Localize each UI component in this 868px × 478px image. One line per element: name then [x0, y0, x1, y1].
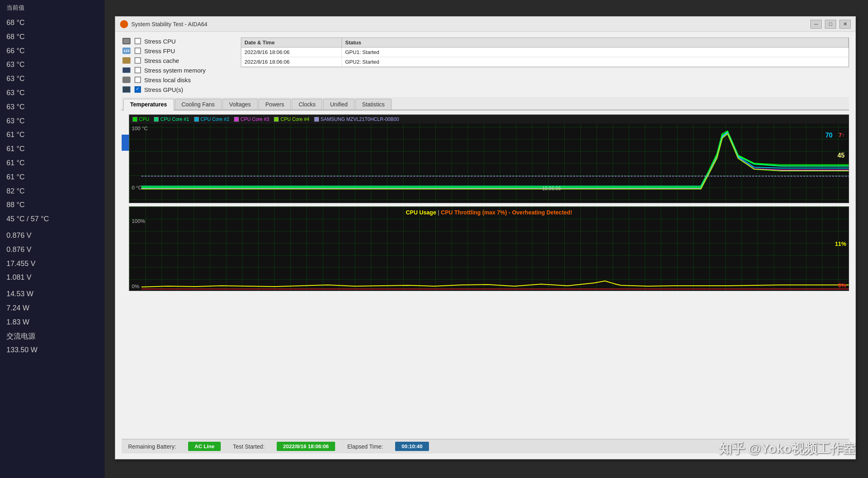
checkbox-cpu[interactable] [135, 38, 141, 44]
log-datetime: 2022/8/16 18:06:06 [241, 48, 342, 57]
sidebar-value: 1.081 V [6, 270, 98, 285]
tab-voltages[interactable]: Voltages [222, 99, 258, 110]
checkbox-disks[interactable] [135, 77, 141, 83]
legend-label: CPU Core #4 [280, 116, 309, 122]
chart-legend: CPUCPU Core #1CPU Core #2CPU Core #3CPU … [129, 115, 849, 124]
cpu-usage-chart: CPU Usage | CPU Throttling (max 7%) - Ov… [129, 206, 849, 291]
sidebar-value: 0.876 V [6, 243, 98, 257]
tab-cooling-fans[interactable]: Cooling Fans [175, 99, 222, 110]
cpu-usage-value-0: 0% [838, 282, 846, 289]
sidebar-value: 61 °C [6, 128, 98, 142]
log-panel: Date & Time Status 2022/8/16 18:06:06GPU… [241, 37, 849, 67]
chart-time-label: 18:06:06 [542, 186, 561, 191]
close-button[interactable]: ✕ [839, 20, 851, 29]
sidebar-value: 17.455 V [6, 257, 98, 271]
legend-check[interactable] [234, 117, 239, 122]
top-section: Stress CPU123Stress FPUStress cacheStres… [122, 37, 849, 93]
sidebar-value: 63 °C [6, 86, 98, 100]
legend-item: CPU Core #4 [274, 116, 309, 122]
y-axis-bottom-label: 0 °C [132, 185, 142, 191]
log-row: 2022/8/16 18:06:06GPU2: Started [241, 57, 849, 67]
log-row: 2022/8/16 18:06:06GPU1: Started [241, 48, 849, 57]
temperature-chart: CPUCPU Core #1CPU Core #2CPU Core #3CPU … [129, 114, 849, 203]
stress-option-cpu: Stress CPU [122, 37, 234, 45]
legend-label: CPU Core #3 [240, 116, 269, 122]
stress-label-fpu: Stress FPU [144, 48, 175, 54]
stress-label-gpu: Stress GPU(s) [144, 86, 183, 93]
chart-value-45: 45 [837, 152, 845, 159]
stress-option-disks: Stress local disks [122, 76, 234, 83]
gpu-icon [122, 86, 131, 93]
charts-area: CPUCPU Core #1CPU Core #2CPU Core #3CPU … [122, 114, 849, 435]
log-col-datetime: Date & Time [241, 38, 342, 47]
cpu-icon [122, 37, 131, 45]
log-datetime: 2022/8/16 18:06:06 [241, 57, 342, 67]
cpu-y-bottom: 0% [132, 283, 139, 289]
sidebar-value: 66 °C [6, 44, 98, 58]
stress-label-cpu: Stress CPU [144, 38, 176, 45]
sidebar-header: 当前值 [6, 4, 98, 12]
stress-option-memory: Stress system memory [122, 67, 234, 74]
battery-status-badge: AC Line [188, 442, 221, 451]
tabs-bar: TemperaturesCooling FansVoltagesPowersCl… [122, 97, 849, 110]
sidebar-value: 7.24 W [6, 301, 98, 315]
cpu-usage-value-11: 11% [835, 241, 846, 247]
chart-value-up: 7↑ [839, 132, 845, 138]
legend-check[interactable] [314, 117, 319, 122]
legend-label: SAMSUNG MZVL21T0HCLR-00B00 [321, 116, 399, 122]
sidebar-value: 63 °C [6, 114, 98, 128]
tab-powers[interactable]: Powers [259, 99, 291, 110]
stress-label-disks: Stress local disks [144, 77, 191, 83]
tab-clocks[interactable]: Clocks [292, 99, 322, 110]
test-started-label: Test Started: [233, 443, 265, 450]
tab-unified[interactable]: Unified [323, 99, 354, 110]
title-bar: System Stability Test - AIDA64 ─ □ ✕ [115, 17, 856, 32]
sidebar-value: 61 °C [6, 156, 98, 170]
sidebar-value: 0.876 V [6, 229, 98, 243]
legend-check[interactable] [274, 117, 279, 122]
sidebar-value: 88 °C [6, 198, 98, 212]
chart-left-indicator [122, 135, 129, 151]
main-window: System Stability Test - AIDA64 ─ □ ✕ Str… [115, 16, 856, 459]
legend-label: CPU [139, 116, 149, 122]
window-title: System Stability Test - AIDA64 [131, 21, 207, 27]
stress-option-cache: Stress cache [122, 57, 234, 64]
app-icon [120, 20, 128, 28]
tab-statistics[interactable]: Statistics [355, 99, 392, 110]
checkbox-cache[interactable] [135, 57, 141, 64]
legend-item: CPU Core #3 [234, 116, 269, 122]
checkbox-memory[interactable] [135, 67, 141, 73]
stress-option-gpu: Stress GPU(s) [122, 86, 234, 93]
cpu-throttle-warning: CPU Usage | CPU Throttling (max 7%) - Ov… [406, 209, 572, 216]
legend-check[interactable] [194, 117, 199, 122]
legend-check[interactable] [133, 117, 137, 122]
temperature-chart-svg [141, 124, 849, 192]
sidebar-value: 交流电源 [6, 329, 98, 343]
sidebar-value: 68 °C [6, 16, 98, 30]
elapsed-time-label: Elapsed Time: [347, 443, 383, 450]
legend-label: CPU Core #1 [160, 116, 189, 122]
cpu-usage-plot: 100% 0% 11% 0% [129, 216, 849, 291]
log-status: GPU2: Started [342, 57, 849, 67]
sidebar-value: 63 °C [6, 58, 98, 72]
log-col-status: Status [342, 38, 849, 47]
tab-temperatures[interactable]: Temperatures [123, 99, 174, 110]
legend-check[interactable] [154, 117, 159, 122]
checkbox-gpu[interactable] [135, 86, 141, 93]
legend-label: CPU Core #2 [201, 116, 229, 122]
legend-item: CPU Core #1 [154, 116, 189, 122]
log-table-header: Date & Time Status [241, 38, 849, 48]
fpu-icon: 123 [122, 47, 131, 54]
minimize-button[interactable]: ─ [810, 20, 822, 29]
test-started-badge: 2022/8/16 18:06:06 [277, 442, 335, 451]
disk-icon [122, 76, 131, 83]
sidebar-value: 61 °C [6, 170, 98, 184]
stress-options: Stress CPU123Stress FPUStress cacheStres… [122, 37, 234, 93]
maximize-button[interactable]: □ [825, 20, 836, 29]
sidebar-value: 14.53 W [6, 287, 98, 301]
sidebar-value: 61 °C [6, 142, 98, 156]
sidebar-value: 68 °C [6, 30, 98, 44]
main-content: Stress CPU123Stress FPUStress cacheStres… [115, 32, 856, 459]
checkbox-fpu[interactable] [135, 48, 141, 54]
remaining-battery-label: Remaining Battery: [128, 443, 176, 450]
